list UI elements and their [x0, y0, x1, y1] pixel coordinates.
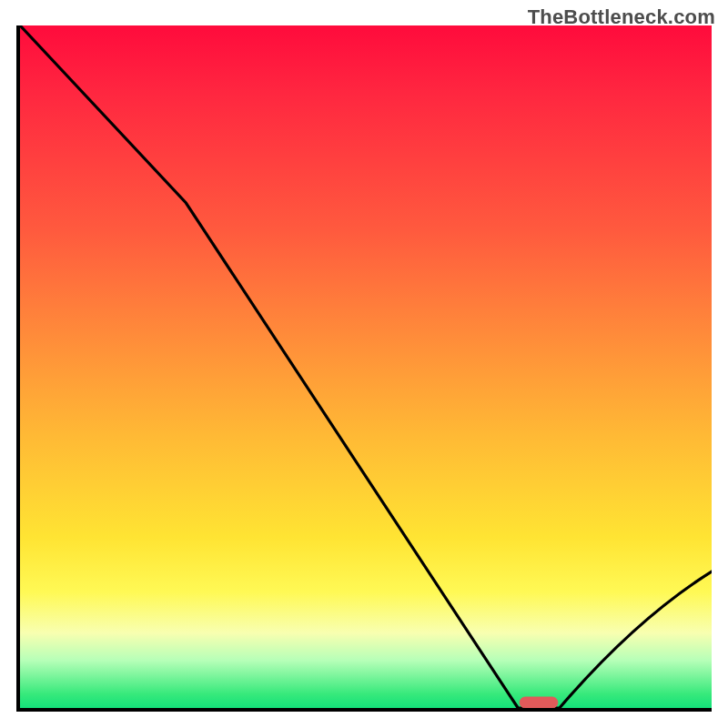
curve-line — [20, 25, 712, 708]
watermark-text: TheBottleneck.com — [528, 5, 715, 29]
chart-container: TheBottleneck.com — [0, 0, 728, 728]
bottleneck-curve-svg — [20, 25, 712, 708]
plot-frame — [16, 25, 712, 712]
optimum-marker — [520, 697, 558, 708]
